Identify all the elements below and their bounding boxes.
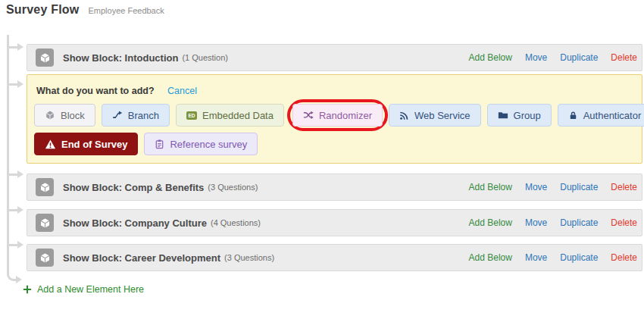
option-label: Branch bbox=[128, 110, 159, 121]
add-element-panel: What do you want to add? Cancel Block Br… bbox=[27, 74, 642, 164]
add-below-link[interactable]: Add Below bbox=[469, 217, 512, 228]
cube-icon bbox=[45, 110, 55, 120]
delete-link[interactable]: Delete bbox=[611, 217, 637, 228]
move-link[interactable]: Move bbox=[525, 252, 547, 263]
add-new-element-label: Add a New Element Here bbox=[37, 284, 144, 295]
survey-flow-canvas: Show Block: Intoduction (1 Question) Add… bbox=[27, 44, 642, 297]
lock-icon bbox=[568, 111, 578, 120]
block-question-count: (4 Questions) bbox=[211, 218, 261, 227]
add-authenticator-button[interactable]: Authenticator bbox=[558, 104, 644, 127]
block-title: Show Block: Company Culture bbox=[63, 217, 207, 229]
block-question-count: (3 Questions) bbox=[224, 253, 274, 262]
flow-element-career-development: Show Block: Career Development (3 Questi… bbox=[27, 244, 642, 271]
block-question-count: (3 Questions) bbox=[208, 183, 258, 192]
delete-link[interactable]: Delete bbox=[611, 182, 637, 192]
page-title: Survey Flow bbox=[6, 3, 79, 16]
page-header: Survey FlowEmployee Feedback bbox=[6, 3, 164, 17]
flow-element-comp-benefits: Show Block: Comp & Benefits (3 Questions… bbox=[27, 174, 642, 201]
element-type-row-1: Block Branch ED Embedded Data R bbox=[34, 104, 633, 127]
option-label: Web Service bbox=[414, 110, 470, 121]
add-panel-header: What do you want to add? Cancel bbox=[34, 82, 633, 97]
flow-arrow-icon bbox=[8, 83, 18, 86]
clipboard-icon bbox=[155, 139, 164, 149]
flow-arrow-icon bbox=[16, 276, 22, 283]
add-block-button[interactable]: Block bbox=[34, 104, 95, 127]
add-branch-button[interactable]: Branch bbox=[102, 104, 170, 127]
element-type-row-2: End of Survey Reference survey bbox=[34, 133, 633, 155]
add-reference-survey-button[interactable]: Reference survey bbox=[144, 133, 258, 155]
flow-element-company-culture: Show Block: Company Culture (4 Questions… bbox=[27, 209, 642, 236]
plus-icon bbox=[23, 285, 32, 294]
duplicate-link[interactable]: Duplicate bbox=[560, 252, 598, 263]
option-label: Randomizer bbox=[319, 110, 372, 121]
move-link[interactable]: Move bbox=[525, 182, 547, 192]
shuffle-icon bbox=[303, 110, 314, 120]
flow-element-intoduction: Show Block: Intoduction (1 Question) Add… bbox=[27, 44, 642, 71]
option-label: Reference survey bbox=[170, 139, 247, 150]
block-question-count: (1 Question) bbox=[182, 53, 228, 62]
add-web-service-button[interactable]: Web Service bbox=[389, 104, 480, 127]
flow-arrow-icon bbox=[8, 46, 18, 48]
rss-icon bbox=[399, 111, 409, 120]
option-label: Embedded Data bbox=[202, 110, 274, 121]
duplicate-link[interactable]: Duplicate bbox=[560, 182, 598, 192]
move-link[interactable]: Move bbox=[525, 217, 547, 228]
block-cube-icon bbox=[36, 48, 54, 67]
add-group-button[interactable]: Group bbox=[487, 104, 552, 127]
block-title: Show Block: Intoduction bbox=[63, 52, 178, 64]
embedded-data-badge-icon: ED bbox=[186, 111, 197, 120]
block-cube-icon bbox=[36, 214, 54, 232]
option-label: Group bbox=[514, 110, 541, 121]
option-label: Authenticator bbox=[583, 110, 642, 121]
add-embedded-data-button[interactable]: ED Embedded Data bbox=[176, 104, 284, 127]
flow-arrow-icon bbox=[8, 174, 18, 176]
randomizer-highlight-annotation: Randomizer bbox=[287, 99, 388, 131]
survey-name: Employee Feedback bbox=[88, 6, 164, 15]
block-title: Show Block: Comp & Benefits bbox=[63, 182, 204, 193]
add-end-of-survey-button[interactable]: End of Survey bbox=[34, 133, 138, 155]
delete-link[interactable]: Delete bbox=[611, 252, 637, 263]
folder-icon bbox=[498, 110, 508, 120]
block-cube-icon bbox=[36, 178, 54, 196]
add-below-link[interactable]: Add Below bbox=[469, 252, 512, 263]
add-new-element-link[interactable]: Add a New Element Here bbox=[23, 284, 144, 295]
option-label: Block bbox=[61, 110, 85, 121]
add-below-link[interactable]: Add Below bbox=[469, 182, 512, 192]
cancel-link[interactable]: Cancel bbox=[167, 86, 197, 96]
option-label: End of Survey bbox=[61, 139, 127, 150]
flow-arrow-icon bbox=[8, 209, 18, 211]
move-link[interactable]: Move bbox=[525, 52, 547, 63]
flow-arrow-icon bbox=[8, 244, 18, 246]
add-below-link[interactable]: Add Below bbox=[469, 52, 512, 63]
flow-line bbox=[7, 35, 9, 259]
branch-icon bbox=[112, 110, 123, 120]
block-cube-icon bbox=[36, 249, 54, 267]
block-title: Show Block: Career Development bbox=[63, 252, 220, 264]
add-prompt: What do you want to add? bbox=[36, 86, 155, 96]
warning-icon bbox=[45, 139, 56, 150]
duplicate-link[interactable]: Duplicate bbox=[560, 217, 598, 228]
delete-link[interactable]: Delete bbox=[611, 52, 637, 63]
duplicate-link[interactable]: Duplicate bbox=[560, 52, 598, 63]
svg-text:ED: ED bbox=[188, 113, 195, 118]
add-randomizer-button[interactable]: Randomizer bbox=[292, 104, 383, 127]
